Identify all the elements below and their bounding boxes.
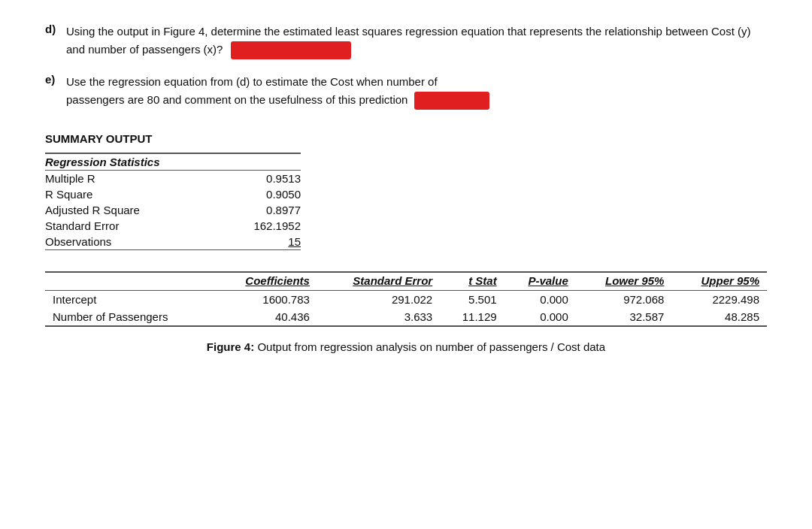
summary-title: SUMMARY OUTPUT [45, 132, 767, 145]
question-e-line2: passengers are 80 and comment on the use… [66, 93, 408, 106]
coeff-value-passengers-upper95: 48.285 [671, 308, 767, 326]
coeff-value-intercept-coeff: 1600.783 [214, 291, 317, 309]
coefficients-table: Coefficients Standard Error t Stat P-val… [45, 271, 767, 327]
coeff-row-passengers: Number of Passengers 40.436 3.633 11.129… [45, 308, 767, 326]
reg-stats-row-multiple-r: Multiple R 0.9513 [45, 171, 301, 187]
question-e-text: Use the regression equation from (d) to … [66, 73, 767, 110]
coeff-label-intercept: Intercept [45, 291, 214, 309]
coeff-value-intercept-pvalue: 0.000 [504, 291, 576, 309]
coeff-value-passengers-lower95: 32.587 [576, 308, 672, 326]
coeff-col-header-t-stat: t Stat [440, 272, 504, 291]
reg-stats-value-multiple-r: 0.9513 [198, 171, 301, 187]
question-d-text-content: Using the output in Figure 4, determine … [66, 25, 751, 56]
question-d-label: d) [45, 23, 66, 59]
coeff-value-intercept-tstat: 5.501 [440, 291, 504, 309]
coeff-header-row: Coefficients Standard Error t Stat P-val… [45, 272, 767, 291]
coeff-value-intercept-lower95: 972.068 [576, 291, 672, 309]
reg-stats-header-row: Regression Statistics [45, 153, 301, 171]
reg-stats-value-std-error: 162.1952 [198, 218, 301, 234]
coeff-col-header-coefficients: Coefficients [214, 272, 317, 291]
redacted-block-e [414, 92, 489, 110]
reg-stats-value-adj-r-square: 0.8977 [198, 202, 301, 218]
coeff-value-intercept-upper95: 2229.498 [671, 291, 767, 309]
figure-caption-bold: Figure 4: [207, 340, 254, 353]
coeff-value-passengers-pvalue: 0.000 [504, 308, 576, 326]
coeff-label-passengers: Number of Passengers [45, 308, 214, 326]
coeff-value-passengers-tstat: 11.129 [440, 308, 504, 326]
reg-stats-row-r-square: R Square 0.9050 [45, 186, 301, 202]
question-e-line1: Use the regression equation from (d) to … [66, 75, 438, 88]
regression-statistics-table: Regression Statistics Multiple R 0.9513 … [45, 153, 301, 250]
reg-stats-row-observations: Observations 15 [45, 234, 301, 250]
reg-stats-label-observations: Observations [45, 234, 198, 250]
reg-stats-value-observations: 15 [198, 234, 301, 250]
reg-stats-label-adj-r-square: Adjusted R Square [45, 202, 198, 218]
question-e: e) Use the regression equation from (d) … [45, 73, 767, 110]
coeff-value-passengers-stderr: 3.633 [317, 308, 440, 326]
figure-caption-text: Output from regression analysis on numbe… [257, 340, 605, 353]
question-d: d) Using the output in Figure 4, determi… [45, 23, 767, 59]
reg-stats-header-label: Regression Statistics [45, 153, 301, 171]
question-e-label: e) [45, 73, 66, 110]
reg-stats-label-r-square: R Square [45, 186, 198, 202]
coeff-row-intercept: Intercept 1600.783 291.022 5.501 0.000 9… [45, 291, 767, 309]
coeff-value-intercept-stderr: 291.022 [317, 291, 440, 309]
summary-output: SUMMARY OUTPUT Regression Statistics Mul… [45, 132, 767, 353]
figure-caption: Figure 4: Output from regression analysi… [45, 340, 767, 353]
coeff-col-header-lower-95: Lower 95% [576, 272, 672, 291]
coeff-value-passengers-coeff: 40.436 [214, 308, 317, 326]
coeff-col-header-std-error: Standard Error [317, 272, 440, 291]
reg-stats-row-std-error: Standard Error 162.1952 [45, 218, 301, 234]
coeff-col-header-upper-95: Upper 95% [671, 272, 767, 291]
reg-stats-label-multiple-r: Multiple R [45, 171, 198, 187]
reg-stats-value-r-square: 0.9050 [198, 186, 301, 202]
coeff-col-header-label [45, 272, 214, 291]
coeff-col-header-p-value: P-value [504, 272, 576, 291]
question-d-text: Using the output in Figure 4, determine … [66, 23, 767, 59]
reg-stats-label-std-error: Standard Error [45, 218, 198, 234]
reg-stats-row-adj-r-square: Adjusted R Square 0.8977 [45, 202, 301, 218]
redacted-block-d [231, 41, 351, 59]
